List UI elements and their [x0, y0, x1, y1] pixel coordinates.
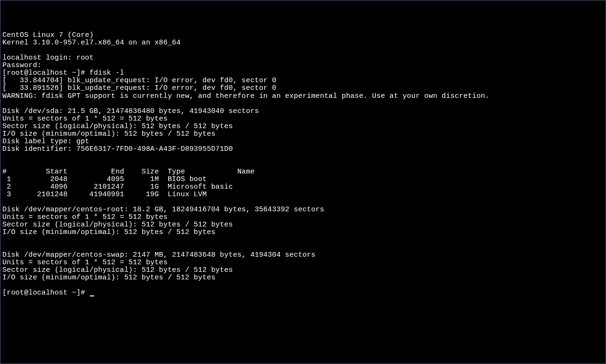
terminal-line [2, 244, 604, 251]
terminal-line: Disk /dev/mapper/centos-root: 18.2 GB, 1… [2, 206, 604, 214]
terminal-line: Sector size (logical/physical): 512 byte… [2, 267, 604, 274]
terminal-line: [ 33.891526] blk_update_request: I/O err… [2, 85, 604, 92]
terminal-line: CentOS Linux 7 (Core) [2, 32, 604, 39]
terminal-line [2, 100, 604, 108]
terminal-line: 2 4096 2101247 1G Microsoft basic [2, 183, 604, 191]
cursor-icon [90, 295, 94, 296]
terminal-line: Units = sectors of 1 * 512 = 512 bytes [2, 259, 604, 267]
terminal-line: Sector size (logical/physical): 512 byte… [2, 123, 604, 130]
terminal-line: [ 33.844704] blk_update_request: I/O err… [2, 77, 604, 85]
terminal-line: [root@localhost ~]# fdisk -l [2, 69, 604, 77]
terminal-prompt-line[interactable]: [root@localhost ~]# [2, 289, 604, 297]
terminal-line: I/O size (minimum/optimal): 512 bytes / … [2, 229, 604, 236]
terminal-line: Disk /dev/sda: 21.5 GB, 21474836480 byte… [2, 108, 604, 115]
terminal-line: localhost login: root [2, 54, 604, 62]
terminal-screen[interactable]: CentOS Linux 7 (Core)Kernel 3.10.0-957.e… [2, 32, 604, 297]
terminal-line: Units = sectors of 1 * 512 = 512 bytes [2, 115, 604, 123]
terminal-line: 3 2101248 41940991 19G Linux LVM [2, 191, 604, 199]
terminal-line: 1 2048 4095 1M BIOS boot [2, 176, 604, 183]
terminal-line: Kernel 3.10.0-957.el7.x86_64 on an x86_6… [2, 39, 604, 47]
terminal-prompt: [root@localhost ~]# [2, 289, 89, 297]
terminal-line: Password: [2, 62, 604, 69]
terminal-line: Disk label type: gpt [2, 138, 604, 146]
terminal-line [2, 47, 604, 54]
terminal-line [2, 199, 604, 206]
terminal-line [2, 161, 604, 168]
terminal-line: I/O size (minimum/optimal): 512 bytes / … [2, 274, 604, 282]
terminal-line: # Start End Size Type Name [2, 168, 604, 176]
terminal-line: Sector size (logical/physical): 512 byte… [2, 221, 604, 229]
terminal-line: Disk /dev/mapper/centos-swap: 2147 MB, 2… [2, 251, 604, 259]
terminal-line [2, 236, 604, 244]
terminal-line: I/O size (minimum/optimal): 512 bytes / … [2, 130, 604, 138]
terminal-line: Units = sectors of 1 * 512 = 512 bytes [2, 214, 604, 221]
terminal-line: Disk identifier: 756E6317-7FD0-498A-A43F… [2, 146, 604, 153]
terminal-line [2, 282, 604, 289]
terminal-line: WARNING: fdisk GPT support is currently … [2, 93, 604, 100]
terminal-line [2, 153, 604, 161]
